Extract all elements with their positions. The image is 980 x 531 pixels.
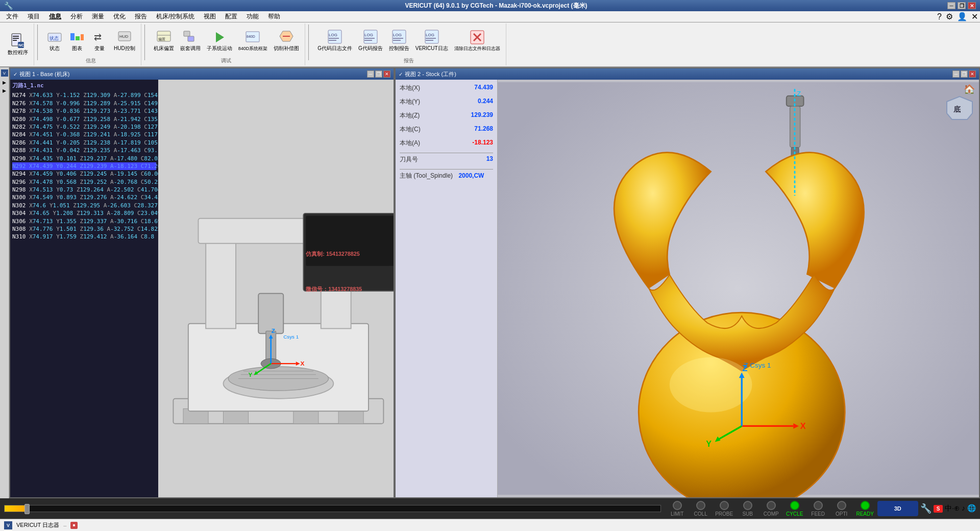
panel-icon-3[interactable]: ◀ [2, 89, 7, 94]
menu-info[interactable]: 信息 [45, 11, 65, 22]
toolbar-group-info: 状态 状态 图表 [41, 23, 141, 65]
progress-handle[interactable] [24, 504, 30, 514]
svg-rect-17 [184, 31, 190, 36]
info-group-label: 信息 [86, 57, 96, 64]
info-a-value: -18.123 [472, 139, 493, 148]
nc-program-label: 数控程序 [8, 49, 28, 56]
cut-compensation-button[interactable]: 切削补偿图 [271, 27, 302, 54]
menu-help[interactable]: 帮助 [264, 11, 284, 22]
bottom-icons: 中·⊕ ♪ 🌐 [945, 504, 976, 513]
close-button[interactable]: ✕ [968, 2, 976, 9]
svg-rect-39 [426, 40, 433, 41]
menu-config[interactable]: 配置 [221, 11, 241, 22]
info-x: 本地(X) 74.439 [400, 84, 493, 93]
subsystem-motion-button[interactable]: 子系统运动 [204, 27, 235, 54]
machine-view[interactable]: X Z Y Csys 1 仿真制: 15413278825 微信号：134132… [158, 80, 394, 497]
info-spindle-value: 2000,CW [458, 172, 484, 179]
hud-icon: HUD [116, 29, 133, 45]
main-area: V ◀ ◀ ✓ 视图 1 - Base (机床) ─ ❐ ✕ 刀路1_1.nc … [0, 67, 980, 498]
status-circle-cycle [790, 501, 799, 510]
svg-rect-9 [76, 36, 80, 40]
panel-icon-2[interactable]: ◀ [2, 81, 7, 86]
control-report-button[interactable]: LOG 控制报告 [386, 27, 412, 54]
svg-text:微信号：13413278835: 微信号：13413278835 [305, 286, 362, 292]
svg-text:NC: NC [18, 43, 24, 47]
minimize-button[interactable]: ─ [947, 2, 955, 9]
code-filename: 刀路1_1.nc [12, 82, 156, 89]
menu-view[interactable]: 视图 [200, 11, 220, 22]
status-circle-sub [743, 501, 752, 510]
svg-text:Y: Y [706, 439, 712, 448]
view1-titlebar: ✓ 视图 1 - Base (机床) ─ ❐ ✕ [10, 68, 394, 80]
user-icon[interactable]: 👤 [957, 12, 967, 21]
svg-text:Y: Y [249, 371, 253, 378]
view1-restore[interactable]: ❐ [375, 70, 382, 78]
view2-title: 视图 2 - Stock (工件) [405, 70, 456, 78]
home-icon[interactable]: 🏠 [964, 84, 975, 95]
gcode-log-button[interactable]: LOG G代码日志文件 [315, 27, 355, 54]
svg-marker-19 [216, 32, 224, 42]
view1-minimize[interactable]: ─ [367, 70, 374, 78]
log-label: VERICUT 日志器 [16, 521, 59, 529]
svg-text:仿真制: 15413278825: 仿真制: 15413278825 [305, 251, 359, 257]
svg-rect-30 [364, 38, 375, 39]
restore-button[interactable]: ❐ [958, 2, 966, 9]
view1-window: ✓ 视图 1 - Base (机床) ─ ❐ ✕ 刀路1_1.nc N274 X… [9, 67, 395, 498]
hud-button[interactable]: HUD HUD控制 [111, 27, 138, 54]
view-cube[interactable]: 底 [944, 94, 975, 125]
menu-report[interactable]: 报告 [131, 11, 151, 22]
settings-icon[interactable]: ⚙ [946, 12, 953, 21]
menu-function[interactable]: 功能 [242, 11, 263, 22]
help-icon[interactable]: ? [937, 12, 942, 21]
left-panel-icons: V ◀ ◀ [0, 67, 9, 498]
info-y-value: 0.244 [478, 98, 493, 106]
clear-logs-label: 清除日志文件和日志器 [454, 45, 500, 52]
status-button[interactable]: 状态 状态 [44, 27, 65, 54]
code-line: N288 X74.431 Y-0.042 Z129.235 A-17.463 C… [12, 147, 156, 154]
view2-restore[interactable]: ❐ [961, 70, 968, 78]
info-x-label: 本地(X) [400, 84, 420, 92]
log-close-icon[interactable]: ■ [70, 522, 78, 529]
code-line: N282 X74.475 Y-0.522 Z129.249 A-20.198 C… [12, 123, 156, 131]
view2-check: ✓ [399, 71, 403, 77]
vericut-log-button[interactable]: LOG VERICUT日志 [413, 27, 451, 54]
menu-project[interactable]: 项目 [23, 11, 44, 22]
close-app-icon[interactable]: ✕ [971, 12, 978, 21]
gcode-report-button[interactable]: LOG G代码报告 [356, 27, 385, 54]
menu-machine[interactable]: 机床/控制系统 [152, 11, 199, 22]
machine-offset-button[interactable]: 偏置 机床偏置 [151, 27, 177, 54]
panel-icon-1[interactable]: V [1, 69, 8, 77]
nc-program-button[interactable]: NC 数控程序 [5, 31, 31, 58]
vericut-log-label: VERICUT日志 [415, 45, 448, 52]
status-circle-opti [837, 501, 846, 510]
status-circle-ready [861, 501, 870, 510]
view2-window: ✓ 视图 2 - Stock (工件) ─ ❐ ✕ 本地(X) 74.439 本… [395, 67, 980, 498]
progress-bar [4, 505, 661, 512]
variable-button[interactable]: ⇄ 变量 [89, 27, 110, 54]
code-line: N308 X74.776 Y1.501 Z129.36 A-32.752 C14… [12, 225, 156, 233]
svg-text:LOG: LOG [364, 33, 373, 37]
menu-file[interactable]: 文件 [2, 11, 22, 22]
svg-text:Csys 1: Csys 1 [283, 334, 299, 340]
menu-optimize[interactable]: 优化 [109, 11, 130, 22]
840d-button[interactable]: 840D 840D系统框架 [236, 28, 271, 54]
clear-logs-button[interactable]: 清除日志文件和日志器 [452, 28, 503, 54]
app-icon: 🔧 [4, 2, 13, 10]
chart-button[interactable]: 图表 [66, 27, 88, 54]
view2-close[interactable]: ✕ [969, 70, 976, 78]
status-circle-limit [673, 501, 682, 510]
stock-view[interactable]: 🏠 底 [498, 80, 979, 497]
cut-compensation-icon [278, 29, 295, 45]
menu-measure[interactable]: 测量 [88, 11, 108, 22]
nested-call-button[interactable]: 嵌套调用 [178, 27, 203, 54]
vericut-logo-badge: 3D [877, 501, 918, 516]
menu-analysis[interactable]: 分析 [66, 11, 87, 22]
840d-icon: 840D [244, 29, 261, 45]
report-group-label: 报告 [404, 57, 414, 64]
svg-text:X: X [800, 421, 806, 430]
svg-rect-3 [13, 40, 17, 41]
view2-minimize[interactable]: ─ [952, 70, 960, 78]
view1-close[interactable]: ✕ [383, 70, 390, 78]
status-label-feed: FEED [811, 511, 825, 517]
info-y: 本地(Y) 0.244 [400, 98, 493, 107]
